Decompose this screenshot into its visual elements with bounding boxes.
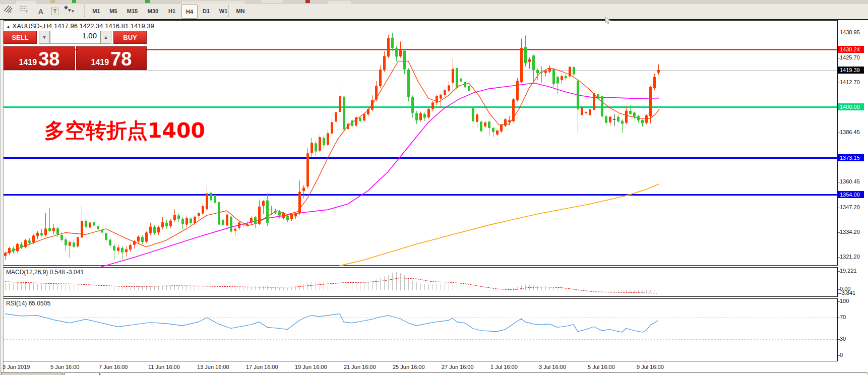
active-chart-tab[interactable]	[65, 372, 100, 375]
axis-tick-mark	[838, 83, 840, 83]
price-tick-label: 1412.70	[840, 79, 860, 86]
buy-button[interactable]: BUY	[113, 31, 147, 44]
sell-price-big: 38	[38, 50, 59, 68]
sell-button-label: SELL	[12, 34, 28, 41]
axis-tick-mark	[838, 339, 840, 340]
price-tick-label: 1360.45	[840, 178, 860, 185]
time-axis-label: 5 Jul 16:00	[588, 364, 615, 370]
time-axis-label: 21 Jun 16:00	[344, 364, 376, 370]
sell-button[interactable]: SELL	[4, 31, 37, 44]
mt4-window: E F A T ▼ M1M5M15M30H1H4D1W1MN ▲ XAUUSD-…	[0, 0, 868, 375]
axis-tick-mark	[838, 257, 840, 258]
volume-value: 1.00	[82, 31, 97, 40]
time-axis-label: 9 Jul 16:00	[637, 364, 664, 370]
ohlc-header: ▲ XAUUSD-,H4 1417.96 1422.34 1416.81 141…	[6, 22, 154, 30]
axis-tick-mark	[838, 33, 840, 33]
sell-price-panel[interactable]: 1419 38	[4, 46, 75, 70]
price-tick-label: 1425.70	[840, 54, 860, 61]
price-tick-label: 1386.45	[840, 129, 860, 136]
sell-price-small: 1419	[19, 57, 37, 68]
axis-tick-mark	[838, 271, 840, 272]
time-axis-label: 5 Jun 16:00	[50, 364, 80, 370]
price-line-badge: 1373.15	[838, 154, 864, 161]
rsi-axis-label: 70	[840, 314, 846, 321]
axis-tick-mark	[838, 208, 840, 208]
price-tick-label: 1438.95	[840, 29, 860, 36]
volume-increase-button[interactable]: ▲	[100, 31, 111, 44]
price-tick-label: 1334.20	[840, 229, 860, 235]
tab-scroll-area[interactable]	[1, 372, 63, 375]
chevron-up-icon: ▲	[104, 35, 108, 40]
macd-label: MACD(12,26,9) 0.548 -3.041	[6, 269, 84, 276]
price-line-badge: 1419.39	[838, 67, 864, 74]
volume-input[interactable]: 1.00	[50, 31, 100, 44]
time-axis-label: 11 Jun 16:00	[148, 364, 180, 370]
axis-tick-mark	[838, 232, 840, 233]
mouse-cursor-icon	[605, 17, 612, 25]
axis-tick-mark	[838, 133, 840, 133]
time-axis-label: 27 Jun 16:00	[442, 364, 474, 370]
chart-tab-bar	[0, 372, 868, 375]
price-line-badge: 1400.00	[838, 103, 864, 110]
rsi-axis-label: 100	[840, 298, 849, 304]
ohlc-open: 1417.96	[54, 22, 78, 30]
macd-axis-label: 19.221	[840, 268, 857, 274]
axis-tick-mark	[838, 318, 840, 318]
rsi-axis-label: 30	[840, 336, 846, 342]
time-axis-label: 25 Jun 16:00	[393, 364, 425, 370]
axis-tick-mark	[838, 355, 840, 356]
time-axis-label: 19 Jun 16:00	[295, 364, 327, 370]
buy-price-big: 78	[110, 50, 132, 68]
time-axis-label: 3 Jul 16:00	[539, 364, 566, 370]
buy-price-small: 1419	[91, 57, 109, 68]
buy-button-label: BUY	[123, 34, 137, 41]
rsi-axis-label: 0	[840, 352, 843, 358]
chevron-down-icon: ▼	[42, 35, 47, 40]
time-axis-label: 7 Jun 16:00	[99, 364, 128, 370]
volume-decrease-button[interactable]: ▼	[39, 31, 50, 44]
rsi-label: RSI(14) 65.0505	[6, 300, 50, 307]
ohlc-low: 1416.81	[105, 22, 129, 30]
time-axis-label: 13 Jun 16:00	[197, 364, 229, 370]
chart-annotation-text: 多空转折点1400	[44, 117, 205, 145]
price-line-badge: 1354.00	[838, 191, 864, 198]
macd-axis-label: -3.841	[840, 290, 855, 296]
tab-bar-body	[101, 372, 867, 375]
window-left-edge	[0, 20, 4, 372]
price-tick-label: 1347.20	[840, 204, 860, 211]
price-tick-label: 1321.20	[840, 254, 860, 260]
time-axis-label: 17 Jun 16:00	[246, 364, 278, 370]
symbol-name: XAUUSD-,H4	[13, 22, 52, 30]
time-axis-label: 3 Jun 2019	[3, 364, 30, 370]
axis-tick-mark	[838, 58, 840, 58]
buy-price-panel[interactable]: 1419 78	[76, 46, 147, 70]
ohlc-close: 1419.39	[131, 22, 154, 30]
time-axis-label: 1 Jul 16:00	[490, 364, 518, 370]
axis-tick-mark	[838, 182, 840, 182]
price-line-badge: 1430.24	[838, 46, 864, 53]
axis-tick-mark	[838, 293, 840, 294]
axis-tick-mark	[838, 301, 840, 302]
ohlc-high: 1422.34	[80, 22, 103, 30]
symbol-collapse-icon[interactable]: ▲	[6, 24, 11, 29]
